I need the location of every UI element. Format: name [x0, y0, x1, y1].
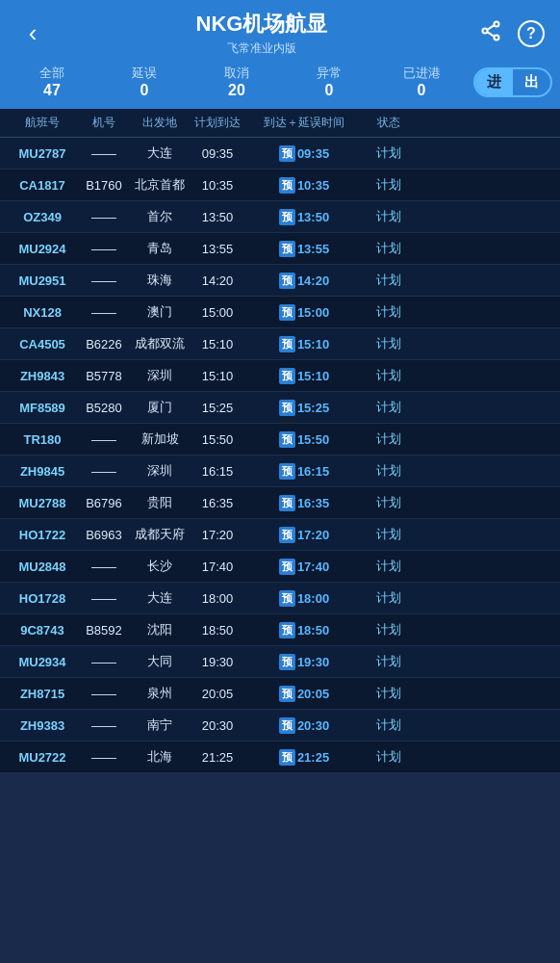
est-badge: 预 [279, 209, 295, 225]
cell-estimated: 预 14:20 [246, 273, 362, 289]
share-icon[interactable] [473, 19, 508, 48]
toggle-out-button[interactable]: 出 [513, 69, 550, 95]
back-icon[interactable]: ‹ [15, 18, 50, 48]
stat-abnormal-label: 异常 [285, 65, 373, 82]
cell-planned: 15:10 [189, 337, 246, 351]
cell-estimated: 预 20:05 [246, 686, 362, 702]
cell-planned: 15:50 [189, 432, 246, 447]
est-time: 15:10 [297, 369, 329, 383]
stat-all[interactable]: 全部 47 [8, 65, 96, 99]
stat-delay-label: 延误 [100, 65, 189, 82]
col-header-flight: 航班号 [8, 115, 77, 131]
cell-planned: 16:35 [189, 496, 246, 510]
cell-origin: 厦门 [131, 399, 189, 416]
table-row[interactable]: OZ349 —— 首尔 13:50 预 13:50 计划 [0, 201, 560, 233]
cell-flight: MU2788 [8, 496, 77, 510]
cell-flight: MU2787 [8, 146, 77, 161]
stat-delay[interactable]: 延误 0 [100, 65, 189, 99]
est-badge: 预 [279, 431, 295, 448]
table-row[interactable]: MU2788 B6796 贵阳 16:35 预 16:35 计划 [0, 487, 560, 519]
svg-point-0 [495, 21, 499, 26]
table-row[interactable]: MF8589 B5280 厦门 15:25 预 15:25 计划 [0, 392, 560, 424]
cell-planned: 19:30 [189, 655, 246, 669]
svg-line-4 [487, 32, 494, 37]
cell-flight: CA1817 [8, 178, 77, 193]
cell-planned: 17:40 [189, 560, 246, 574]
cell-aircraft: B8592 [77, 623, 131, 638]
col-header-aircraft: 机号 [77, 115, 131, 131]
cell-flight: 9C8743 [8, 623, 77, 638]
cell-estimated: 预 19:30 [246, 654, 362, 670]
table-row[interactable]: HO1728 —— 大连 18:00 预 18:00 计划 [0, 583, 560, 614]
stat-all-value: 47 [8, 82, 96, 99]
cell-flight: HO1728 [8, 591, 77, 606]
est-time: 16:15 [297, 464, 329, 479]
table-row[interactable]: MU2787 —— 大连 09:35 预 09:35 计划 [0, 138, 560, 169]
cell-origin: 成都天府 [131, 526, 189, 543]
est-badge: 预 [279, 368, 295, 384]
stat-cancel[interactable]: 取消 20 [192, 65, 281, 99]
stat-abnormal[interactable]: 异常 0 [285, 65, 373, 99]
cell-origin: 首尔 [131, 208, 189, 225]
cell-planned: 16:15 [189, 464, 246, 479]
table-row[interactable]: ZH9383 —— 南宁 20:30 预 20:30 计划 [0, 710, 560, 742]
table-row[interactable]: TR180 —— 新加坡 15:50 预 15:50 计划 [0, 424, 560, 455]
cell-aircraft: —— [77, 750, 131, 765]
table-row[interactable]: MU2924 —— 青岛 13:55 预 13:55 计划 [0, 233, 560, 265]
cell-aircraft: —— [77, 560, 131, 574]
table-row[interactable]: ZH9843 B5778 深圳 15:10 预 15:10 计划 [0, 360, 560, 392]
est-badge: 预 [279, 177, 295, 194]
toggle-in-button[interactable]: 进 [475, 69, 513, 95]
cell-estimated: 预 15:00 [246, 304, 362, 321]
table-row[interactable]: 9C8743 B8592 沈阳 18:50 预 18:50 计划 [0, 614, 560, 646]
cell-aircraft: —— [77, 273, 131, 288]
est-time: 18:50 [297, 623, 329, 638]
est-badge: 预 [279, 590, 295, 607]
cell-aircraft: B6796 [77, 496, 131, 510]
svg-line-3 [487, 25, 494, 30]
cell-origin: 大连 [131, 144, 189, 162]
cell-origin: 大同 [131, 653, 189, 670]
est-badge: 预 [279, 336, 295, 352]
est-badge: 预 [279, 304, 295, 321]
cell-flight: ZH9845 [8, 464, 77, 479]
cell-status: 计划 [362, 303, 416, 321]
est-badge: 预 [279, 686, 295, 702]
cell-planned: 13:50 [189, 210, 246, 224]
table-row[interactable]: ZH9845 —— 深圳 16:15 预 16:15 计划 [0, 455, 560, 487]
cell-origin: 北海 [131, 748, 189, 766]
app-subtitle: 飞常准业内版 [50, 40, 473, 57]
cell-aircraft: B5778 [77, 369, 131, 383]
cell-flight: ZH9843 [8, 369, 77, 383]
table-row[interactable]: MU2848 —— 长沙 17:40 预 17:40 计划 [0, 551, 560, 583]
table-row[interactable]: MU2934 —— 大同 19:30 预 19:30 计划 [0, 646, 560, 678]
stat-arrived[interactable]: 已进港 0 [377, 65, 466, 99]
table-row[interactable]: ZH8715 —— 泉州 20:05 预 20:05 计划 [0, 678, 560, 710]
est-time: 15:10 [297, 337, 329, 351]
est-time: 20:05 [297, 687, 329, 701]
table-row[interactable]: MU2951 —— 珠海 14:20 预 14:20 计划 [0, 265, 560, 297]
cell-estimated: 预 16:35 [246, 495, 362, 511]
table-row[interactable]: NX128 —— 澳门 15:00 预 15:00 计划 [0, 297, 560, 328]
cell-aircraft: —— [77, 242, 131, 256]
table-row[interactable]: CA4505 B6226 成都双流 15:10 预 15:10 计划 [0, 328, 560, 360]
table-row[interactable]: MU2722 —— 北海 21:25 预 21:25 计划 [0, 742, 560, 773]
cell-estimated: 预 20:30 [246, 717, 362, 734]
table-row[interactable]: HO1722 B6963 成都天府 17:20 预 17:20 计划 [0, 519, 560, 551]
cell-aircraft: B5280 [77, 401, 131, 415]
table-row[interactable]: CA1817 B1760 北京首都 10:35 预 10:35 计划 [0, 169, 560, 201]
col-header-status: 状态 [362, 115, 416, 131]
cell-status: 计划 [362, 208, 416, 225]
col-header-origin: 出发地 [131, 115, 189, 131]
cell-planned: 20:05 [189, 687, 246, 701]
est-time: 15:00 [297, 305, 329, 320]
cell-estimated: 预 09:35 [246, 145, 362, 162]
cell-flight: TR180 [8, 432, 77, 447]
help-icon[interactable]: ? [518, 20, 545, 47]
cell-flight: MU2848 [8, 560, 77, 574]
est-badge: 预 [279, 717, 295, 734]
est-badge: 预 [279, 622, 295, 638]
cell-estimated: 预 15:10 [246, 368, 362, 384]
est-badge: 预 [279, 495, 295, 511]
cell-status: 计划 [362, 240, 416, 257]
